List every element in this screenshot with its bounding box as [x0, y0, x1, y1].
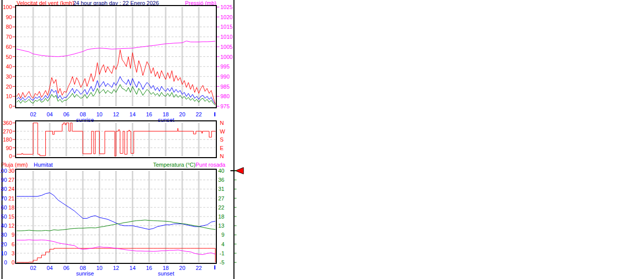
time-axis-end-tick	[214, 112, 215, 116]
rain-tick-label: 30	[9, 168, 15, 174]
temperature-tick-label: 18	[218, 214, 224, 220]
compass-label: N	[220, 153, 224, 159]
temperature-tick-label: -1	[219, 250, 224, 256]
humidity-tick-label: 100	[0, 168, 7, 174]
pressure-tick-label: 1015	[220, 24, 232, 30]
time-tick-label: 20	[179, 111, 185, 117]
rain-tick-label: 24	[9, 186, 15, 192]
time-tick-label: 04	[47, 111, 53, 117]
pressure-tick-label: 1000	[220, 54, 232, 60]
time-tick-label: 22	[196, 111, 202, 117]
humidity-tick-label: 70	[1, 195, 7, 201]
time-tick-label: 04	[47, 265, 53, 271]
wind-tick-label: 10	[6, 93, 12, 99]
temperature-tick-label: -5	[219, 259, 224, 265]
temperature-tick-label: 40	[218, 168, 224, 174]
temperature-tick-label: 4	[221, 241, 224, 247]
wind-tick-label: 30	[6, 74, 12, 80]
rain-tick-label: 9	[12, 232, 15, 238]
wind-tick-label: 90	[6, 14, 12, 20]
wind-tick-label: 0	[9, 103, 12, 109]
time-tick-label: 18	[163, 111, 169, 117]
humidity-tick-label: 80	[1, 186, 7, 192]
humidity-tick-label: 30	[1, 232, 7, 238]
wind-tick-label: 40	[6, 63, 12, 69]
rain-tick-label: 6	[12, 241, 15, 247]
time-tick-label: 20	[179, 265, 185, 271]
temperature-tick-label: 9	[221, 232, 224, 238]
humidity-tick-label: 20	[1, 241, 7, 247]
wind-tick-label: 100	[3, 4, 12, 10]
compass-label: N	[220, 120, 224, 126]
compass-label: S	[220, 136, 223, 143]
time-tick-label: 06	[63, 265, 69, 271]
wind-tick-label: 60	[6, 44, 12, 50]
rain-tick-label: 3	[12, 250, 15, 256]
direction-tick-label: 0	[9, 153, 12, 159]
compass-label: E	[220, 145, 223, 151]
temperature-tick-label: 27	[218, 195, 224, 201]
pressure-tick-label: 980	[220, 93, 229, 99]
rain-tick-label: 12	[9, 223, 15, 229]
time-tick-label: 16	[146, 111, 152, 117]
humidity-tick-label: 10	[1, 250, 7, 256]
time-tick-label: 12	[113, 111, 119, 117]
time-axis-end-tick	[214, 265, 215, 269]
direction-tick-label: 180	[3, 136, 12, 143]
compass-label: W	[220, 128, 225, 134]
time-tick-label: 22	[196, 265, 202, 271]
wind-tick-label: 70	[6, 34, 12, 40]
humidity-tick-label: 0	[4, 259, 7, 265]
temperature-tick-label: 13	[218, 223, 224, 229]
pressure-tick-label: 995	[220, 63, 229, 69]
temperature-tick-label: 22	[218, 204, 224, 211]
rain-tick-label: 21	[9, 195, 15, 201]
charts-canvas: 1009080706050403020100102510201015101010…	[0, 0, 236, 279]
weather-graph-page: Velocitat del vent (kmh) 24 hour graph d…	[0, 0, 644, 279]
rain-tick-label: 0	[12, 259, 15, 265]
pressure-tick-label: 1020	[220, 14, 232, 20]
humidity-tick-label: 50	[1, 214, 7, 220]
temperature-tick-label: 31	[218, 186, 224, 192]
time-tick-label: 08	[80, 265, 86, 271]
direction-tick-label: 270	[3, 128, 12, 134]
time-tick-label: 18	[163, 265, 169, 271]
wind-tick-label: 20	[6, 84, 12, 90]
time-tick-label: 10	[96, 111, 102, 117]
time-tick-label: 10	[96, 265, 102, 271]
temperature-tick-label: 36	[218, 177, 224, 183]
time-tick-label: 08	[80, 111, 86, 117]
pressure-tick-label: 1025	[220, 4, 232, 10]
time-tick-label: 02	[30, 265, 36, 271]
time-tick-label: 02	[30, 111, 36, 117]
time-tick-label: 12	[113, 265, 119, 271]
pressure-tick-label: 990	[220, 74, 229, 80]
humidity-tick-label: 90	[1, 177, 7, 183]
rain-tick-label: 27	[9, 177, 15, 183]
time-tick-label: 14	[129, 111, 135, 117]
time-tick-label: 14	[129, 265, 135, 271]
humidity-tick-label: 60	[1, 204, 7, 211]
wind-tick-label: 80	[6, 24, 12, 30]
wind-tick-label: 50	[6, 54, 12, 60]
rain-tick-label: 18	[9, 204, 15, 211]
direction-tick-label: 90	[6, 145, 12, 151]
humidity-tick-label: 40	[1, 223, 7, 229]
pressure-tick-label: 1005	[220, 44, 232, 50]
direction-tick-label: 360	[3, 120, 12, 126]
time-tick-label: 16	[146, 265, 152, 271]
rain-tick-label: 15	[9, 214, 15, 220]
pressure-tick-label: 1010	[220, 34, 232, 40]
pressure-tick-label: 985	[220, 84, 229, 90]
pressure-tick-label: 975	[220, 103, 229, 109]
time-tick-label: 06	[63, 111, 69, 117]
